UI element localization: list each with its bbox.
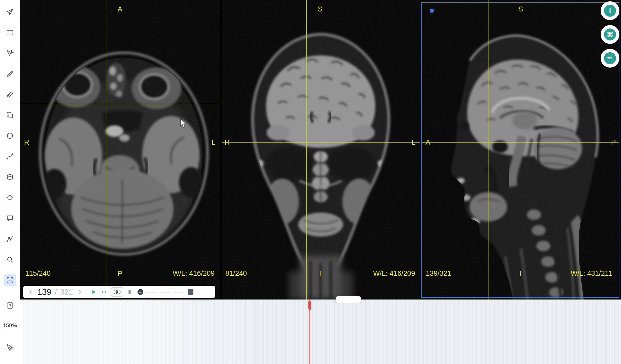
timeline-expand-tab[interactable] [336,296,361,303]
tool-layout[interactable] [4,26,16,39]
frame-ticks-icon[interactable] [127,289,134,295]
crosshair-vertical[interactable] [306,0,307,300]
crosshair-vertical[interactable] [106,0,106,300]
hanging-protocol-icon [607,54,613,62]
shortcuts-button[interactable]: ⌘ [601,25,619,44]
slice-indicator: 139/321 [426,269,451,278]
info-icon: i [604,5,616,17]
orientation-label-top: S [518,5,523,13]
help-icon [6,302,14,309]
window-level-indicator: W/L: 416/209 [373,269,415,278]
orientation-label-bottom: I [319,270,321,278]
tool-landmark[interactable] [4,233,16,245]
chevron-left-icon[interactable] [27,289,34,295]
orientation-label-bottom: P [118,270,122,278]
smart-pointer-icon [6,49,14,57]
sidebar-bottom-group: 159% [0,299,20,364]
orientation-label-top: S [318,5,323,13]
floating-buttons: i ⌘ [601,1,619,68]
orientation-label-left: R [24,138,29,146]
command-icon: ⌘ [604,28,616,40]
viewport-coronal[interactable]: S R L I 81/240 W/L: 416/209 [222,0,420,300]
fps-input[interactable]: 30 [111,287,123,297]
tool-volume-3d[interactable] [4,171,16,183]
orientation-label-left: A [426,138,430,146]
tool-draw[interactable] [4,68,16,80]
crosshair-frame-icon [6,276,14,284]
viewport-sagittal[interactable]: S A P I 139/321 W/L: 431/211 [421,0,619,300]
mri-sagittal-image [421,0,619,300]
help-button[interactable] [4,299,16,312]
stop-button[interactable] [188,289,193,295]
active-viewport-dot [430,9,434,13]
tool-navigate[interactable] [4,6,16,18]
orientation-label-right: P [611,138,616,146]
crosshair-horizontal[interactable] [20,104,220,104]
comment-icon [6,214,14,222]
player-divider [87,289,87,295]
current-slice-number: 139 [37,287,51,297]
slider-knob-icon[interactable] [137,289,144,295]
chevron-right-icon[interactable] [76,289,83,295]
tool-list [0,0,20,286]
tool-comment[interactable] [4,212,16,225]
command-glyph: ⌘ [607,31,613,38]
zoom-level-label[interactable]: 159% [3,321,17,329]
orientation-label-top: A [118,5,122,13]
timeline-playhead[interactable] [309,300,310,364]
orientation-label-right: L [211,138,215,146]
tool-crosshair[interactable] [4,274,16,286]
speed-slider-track[interactable] [145,292,184,292]
window-level-indicator: W/L: 431/211 [571,269,612,278]
window-level-indicator: W/L: 416/209 [172,269,215,278]
cine-player: 139 / 321 30 [23,286,215,298]
annotate-cursor-icon [6,343,14,351]
slice-separator: / [55,288,57,296]
viewport-area: A R L P 115/240 W/L: 416/209 [20,0,621,300]
ellipse-icon [6,132,14,140]
crosshair-horizontal[interactable] [222,142,420,143]
tool-ellipse[interactable] [4,130,16,142]
nav-pointer-icon [6,8,14,16]
landmark-polyline-icon [6,235,14,243]
tool-spline[interactable] [4,150,16,163]
mri-coronal-image [222,0,420,300]
orientation-label-bottom: I [520,270,522,278]
tool-smart-pointer[interactable] [4,47,16,60]
crosshair-vertical[interactable] [488,0,488,300]
tool-search[interactable] [4,253,16,266]
search-icon [6,256,14,263]
slice-indicator: 115/240 [26,269,51,278]
timeline-scrubber[interactable] [23,300,621,364]
slice-indicator: 81/240 [225,269,247,278]
cube-3d-icon [6,173,14,181]
ruler-icon [6,91,14,98]
display-settings-button[interactable] [601,49,619,68]
orientation-label-right: L [411,138,415,146]
toolbar-sidebar: 159% [0,0,20,364]
total-slice-count: 321 [60,288,73,296]
mri-axial-image [20,0,220,300]
tool-duplicate[interactable] [4,109,16,121]
info-button[interactable]: i [601,1,619,20]
annotate-button[interactable] [4,341,16,354]
panel-layout-icon [6,29,14,37]
copy-icon [6,111,14,119]
pen-icon [6,70,14,78]
crosshair-horizontal[interactable] [421,142,619,143]
orientation-label-left: R [225,138,230,146]
info-glyph: i [609,7,611,15]
target-icon [6,194,14,202]
play-icon[interactable] [90,289,97,295]
playhead-handle[interactable] [308,301,311,310]
speed-icon[interactable] [101,289,107,295]
tool-localize[interactable] [4,191,16,204]
tool-measure[interactable] [4,88,16,101]
spline-icon [6,152,14,160]
mouse-cursor [180,118,188,130]
viewport-axial[interactable]: A R L P 115/240 W/L: 416/209 [20,0,220,300]
